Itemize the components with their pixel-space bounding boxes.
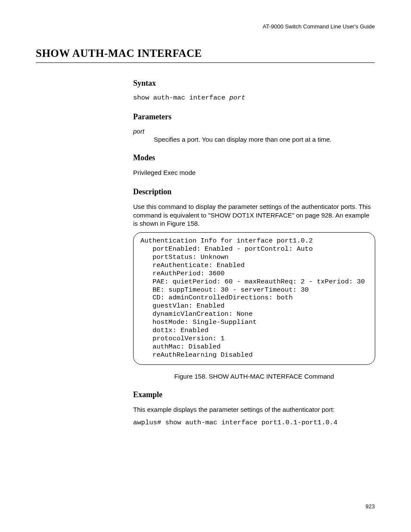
modes-text: Privileged Exec mode bbox=[133, 168, 375, 177]
command-title: SHOW AUTH-MAC INTERFACE bbox=[36, 47, 375, 63]
example-command: awplus# show auth-mac interface port1.0.… bbox=[133, 419, 375, 427]
parameters-heading: Parameters bbox=[133, 112, 375, 121]
figure-caption: Figure 158. SHOW AUTH-MAC INTERFACE Comm… bbox=[133, 373, 375, 380]
page-header: AT-9000 Switch Command Line User's Guide bbox=[263, 23, 375, 30]
example-heading: Example bbox=[133, 390, 375, 399]
syntax-arg: port bbox=[229, 94, 245, 102]
syntax-heading: Syntax bbox=[133, 79, 375, 88]
page-number: 923 bbox=[365, 503, 375, 510]
description-heading: Description bbox=[133, 187, 375, 196]
modes-heading: Modes bbox=[133, 153, 375, 162]
output-codebox: Authentication Info for interface port1.… bbox=[133, 232, 375, 365]
syntax-line: show auth-mac interface port bbox=[133, 94, 375, 102]
param-desc: Specifies a port. You can display more t… bbox=[154, 136, 375, 143]
syntax-cmd: show auth-mac interface bbox=[133, 94, 229, 102]
example-text: This example displays the parameter sett… bbox=[133, 405, 375, 414]
description-text: Use this command to display the paramete… bbox=[133, 202, 375, 228]
param-name: port bbox=[133, 128, 375, 135]
content-column: Syntax show auth-mac interface port Para… bbox=[133, 75, 375, 427]
